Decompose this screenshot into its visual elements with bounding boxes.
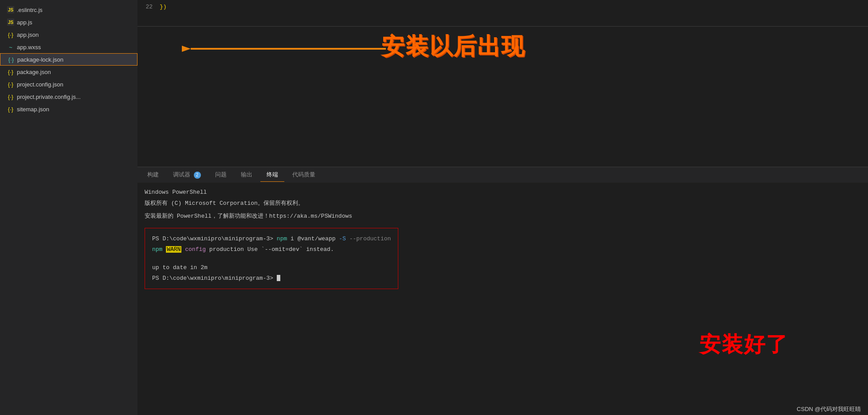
json-icon: {·} [7, 31, 14, 38]
content-area: 22 }) 安装以后出现 [137, 0, 868, 415]
cursor [277, 275, 280, 281]
js-icon: JS [7, 6, 14, 13]
tab-output[interactable]: 输出 [235, 168, 259, 182]
code-content: }) [160, 4, 167, 10]
terminal-line-prompt: PS D:\code\wxminipro\miniprogram-3> [152, 273, 391, 283]
file-item-appjs[interactable]: JS app.js [0, 16, 137, 28]
file-name: package.json [17, 69, 51, 75]
arrow-container [182, 35, 395, 62]
file-item-sitemap[interactable]: {·} sitemap.json [0, 103, 137, 115]
tab-build[interactable]: 构建 [141, 168, 165, 182]
annotation-area: 安装以后出现 构建 调试器 2 问题 输出 终端 代码质量 Win [137, 27, 868, 415]
file-name: sitemap.json [17, 106, 49, 113]
terminal-ps-title: Windows PowerShell [145, 188, 861, 197]
terminal-section: 构建 调试器 2 问题 输出 终端 代码质量 Windows PowerShel… [137, 167, 868, 415]
terminal-install-notice: 安装最新的 PowerShell，了解新功能和改进！https://aka.ms… [145, 212, 861, 221]
file-name: package-lock.json [17, 56, 63, 63]
csdn-watermark: CSDN @代码对我旺旺睛 [797, 406, 861, 412]
file-name: project.config.json [17, 81, 63, 88]
sidebar: JS .eslintrc.js JS app.js {·} app.json ~… [0, 0, 137, 415]
terminal-line-empty [152, 254, 391, 262]
json-lock-icon: {·} [8, 56, 15, 63]
json-icon: {·} [7, 93, 14, 100]
file-name: app.js [17, 19, 32, 26]
file-item-eslintrc[interactable]: JS .eslintrc.js [0, 4, 137, 16]
watermark-bar: CSDN @代码对我旺旺睛 [789, 403, 868, 415]
terminal-command-box: PS D:\code\wxminipro\miniprogram-3> npm … [145, 228, 398, 289]
tab-codequality[interactable]: 代码质量 [286, 168, 322, 182]
tab-badge: 2 [194, 172, 201, 179]
file-name: project.private.config.js... [17, 94, 81, 100]
arrow-svg [182, 35, 395, 62]
file-item-appjson[interactable]: {·} app.json [0, 28, 137, 41]
wxss-icon: ~ [7, 43, 14, 51]
terminal-line-cmd2: npm WARN config production Use `--omit=d… [152, 244, 391, 254]
tab-terminal[interactable]: 终端 [260, 168, 284, 182]
json-icon: {·} [7, 68, 14, 75]
terminal-line-uptodate: up to date in 2m [152, 262, 391, 273]
json-icon: {·} [7, 81, 14, 88]
js-icon: JS [7, 19, 14, 26]
code-editor: 22 }) [137, 0, 868, 27]
terminal-ps-copyright: 版权所有 (C) Microsoft Corporation。保留所有权利。 [145, 199, 861, 208]
file-item-appwxss[interactable]: ~ app.wxss [0, 41, 137, 53]
terminal-line-cmd1: PS D:\code\wxminipro\miniprogram-3> npm … [152, 234, 391, 244]
file-name: .eslintrc.js [17, 7, 43, 13]
terminal-content: Windows PowerShell 版权所有 (C) Microsoft Co… [137, 183, 868, 415]
file-name: app.wxss [17, 44, 41, 51]
tab-problems[interactable]: 问题 [209, 168, 233, 182]
file-item-packagelock[interactable]: {·} package-lock.json [0, 53, 137, 66]
json-icon: {·} [7, 106, 14, 113]
terminal-tabs: 构建 调试器 2 问题 输出 终端 代码质量 [137, 167, 868, 183]
file-item-projectprivate[interactable]: {·} project.private.config.js... [0, 90, 137, 103]
main-container: JS .eslintrc.js JS app.js {·} app.json ~… [0, 0, 868, 415]
file-item-projectconfig[interactable]: {·} project.config.json [0, 78, 137, 90]
annotation-title: 安装以后出现 [381, 31, 525, 62]
warn-badge: WARN [166, 246, 181, 253]
file-name: app.json [17, 31, 39, 38]
annotation-installed: 安装好了 [699, 328, 788, 362]
line-number: 22 [137, 4, 160, 10]
tab-debugger[interactable]: 调试器 2 [167, 168, 207, 182]
file-item-packagejson[interactable]: {·} package.json [0, 66, 137, 78]
